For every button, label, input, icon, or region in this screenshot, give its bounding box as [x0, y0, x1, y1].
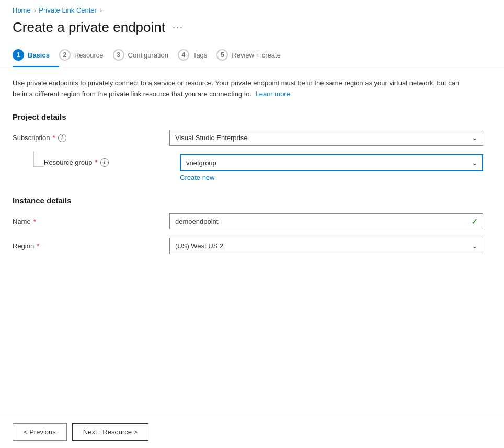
tab-basics-circle: 1	[13, 49, 24, 61]
name-row: Name * ✓	[13, 213, 483, 229]
info-description: Use private endpoints to privately conne…	[13, 78, 462, 100]
wizard-tabs: 1 Basics 2 Resource 3 Configuration 4 Ta…	[0, 44, 504, 67]
project-details-section: Project details Subscription * i Visual …	[13, 112, 491, 181]
region-label: Region *	[13, 238, 169, 250]
tab-resource-label: Resource	[74, 51, 104, 59]
learn-more-link[interactable]: Learn more	[255, 90, 290, 98]
tab-configuration-label: Configuration	[128, 51, 168, 59]
region-select[interactable]: (US) West US 2	[169, 238, 483, 254]
tab-basics-label: Basics	[28, 51, 50, 59]
tab-configuration[interactable]: 3 Configuration	[113, 44, 178, 67]
resource-group-select-wrapper: vnetgroup	[180, 154, 483, 171]
instance-details-section: Instance details Name * ✓ Region *	[13, 196, 491, 254]
subscription-control: Visual Studio Enterprise	[169, 130, 483, 146]
page-title: Create a private endpoint	[13, 19, 165, 36]
breadcrumb-private-link-center[interactable]: Private Link Center	[39, 6, 97, 14]
tab-resource-circle: 2	[59, 49, 71, 61]
name-required: *	[33, 217, 36, 225]
next-button[interactable]: Next : Resource >	[72, 423, 148, 441]
tab-tags[interactable]: 4 Tags	[178, 44, 216, 67]
region-row: Region * (US) West US 2	[13, 238, 483, 254]
subscription-select[interactable]: Visual Studio Enterprise	[169, 130, 483, 146]
region-select-wrapper: (US) West US 2	[169, 238, 483, 254]
tab-tags-label: Tags	[193, 51, 207, 59]
bottom-bar: < Previous Next : Resource >	[0, 416, 504, 448]
project-details-title: Project details	[13, 112, 491, 121]
tab-review-label: Review + create	[232, 51, 281, 59]
resource-group-info-icon[interactable]: i	[100, 158, 109, 167]
name-label: Name *	[13, 213, 169, 225]
tab-configuration-circle: 3	[113, 49, 124, 61]
breadcrumb: Home › Private Link Center ›	[0, 0, 504, 17]
previous-button[interactable]: < Previous	[13, 423, 67, 441]
subscription-label: Subscription * i	[13, 130, 169, 142]
subscription-row: Subscription * i Visual Studio Enterpris…	[13, 130, 483, 146]
breadcrumb-sep-1: ›	[34, 7, 36, 14]
main-content: Use private endpoints to privately conne…	[0, 67, 504, 279]
region-required: *	[37, 242, 39, 250]
subscription-select-wrapper: Visual Studio Enterprise	[169, 130, 483, 146]
tab-tags-circle: 4	[178, 49, 189, 61]
name-check-icon: ✓	[471, 216, 478, 226]
create-new-link[interactable]: Create new	[180, 174, 214, 181]
name-input-wrapper: ✓	[169, 213, 483, 229]
tab-review-create[interactable]: 5 Review + create	[216, 44, 290, 67]
instance-details-title: Instance details	[13, 196, 491, 205]
resource-group-control: vnetgroup Create new	[180, 154, 483, 181]
tab-review-circle: 5	[216, 49, 228, 61]
subscription-info-icon[interactable]: i	[58, 134, 66, 142]
resource-group-required: *	[95, 158, 98, 166]
tab-resource[interactable]: 2 Resource	[59, 44, 113, 67]
region-control: (US) West US 2	[169, 238, 483, 254]
tab-basics[interactable]: 1 Basics	[13, 44, 59, 67]
name-control: ✓	[169, 213, 483, 229]
resource-group-select[interactable]: vnetgroup	[180, 154, 483, 171]
breadcrumb-sep-2: ›	[100, 7, 102, 14]
page-header: Create a private endpoint ···	[0, 17, 504, 44]
subscription-required: *	[53, 134, 55, 142]
resource-group-label: Resource group * i	[44, 154, 180, 167]
ellipsis-button[interactable]: ···	[170, 21, 186, 34]
name-input[interactable]	[169, 213, 483, 229]
breadcrumb-home[interactable]: Home	[13, 6, 31, 14]
